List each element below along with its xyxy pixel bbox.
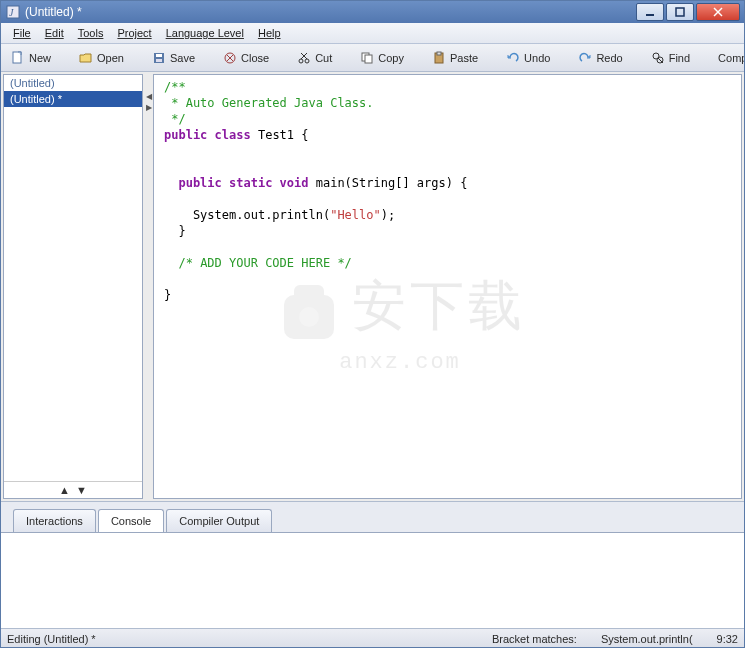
status-left: Editing (Untitled) * — [7, 633, 96, 645]
splitter-arrow-right-icon[interactable]: ▶ — [146, 103, 152, 112]
code-line: /** — [164, 80, 186, 94]
code-token: "Hello" — [330, 208, 381, 222]
tab-compiler-output[interactable]: Compiler Output — [166, 509, 272, 532]
sidebar-down-icon[interactable]: ▼ — [76, 484, 87, 496]
code-token: static — [222, 176, 273, 190]
code-token: public — [164, 128, 207, 142]
code-token: ADD YOUR CODE HERE — [200, 256, 330, 270]
cut-button[interactable]: Cut — [297, 51, 332, 65]
code-token: ); — [381, 208, 395, 222]
copy-button[interactable]: Copy — [360, 51, 404, 65]
undo-label: Undo — [524, 52, 550, 64]
save-button[interactable]: Save — [152, 51, 195, 65]
status-bracket-match: System.out.println( — [601, 633, 693, 645]
tab-interactions[interactable]: Interactions — [13, 509, 96, 532]
open-label: Open — [97, 52, 124, 64]
vertical-splitter[interactable]: ◀ ▶ — [145, 72, 153, 501]
undo-button[interactable]: Undo — [506, 51, 550, 65]
redo-label: Redo — [596, 52, 622, 64]
redo-button[interactable]: Redo — [578, 51, 622, 65]
code-token: Test1 { — [251, 128, 309, 142]
close-toolbar-button[interactable]: Close — [223, 51, 269, 65]
svg-rect-18 — [365, 55, 372, 63]
sidebar-nav: ▲ ▼ — [4, 481, 142, 498]
cut-icon — [297, 51, 311, 65]
save-label: Save — [170, 52, 195, 64]
code-line: */ — [164, 112, 186, 126]
status-bracket-label: Bracket matches: — [492, 633, 577, 645]
file-sidebar: (Untitled) (Untitled) * ▲ ▼ — [3, 74, 143, 499]
svg-text:J: J — [9, 7, 14, 18]
menu-tools[interactable]: Tools — [72, 25, 110, 41]
paste-button[interactable]: Paste — [432, 51, 478, 65]
app-icon: J — [5, 4, 21, 20]
code-token: /* — [164, 256, 200, 270]
watermark-sub: anxz.com — [339, 355, 461, 371]
svg-rect-20 — [437, 52, 441, 55]
find-button[interactable]: Find — [651, 51, 690, 65]
copy-icon — [360, 51, 374, 65]
menu-project[interactable]: Project — [111, 25, 157, 41]
code-line: * Auto Generated Java Class. — [164, 96, 374, 110]
close-button[interactable] — [696, 3, 740, 21]
minimize-button[interactable] — [636, 3, 664, 21]
file-item[interactable]: (Untitled) — [4, 75, 142, 91]
code-line: } — [164, 288, 171, 302]
code-line: } — [164, 224, 186, 238]
window-title: (Untitled) * — [25, 5, 82, 19]
tab-console[interactable]: Console — [98, 509, 164, 532]
code-editor[interactable]: /** * Auto Generated Java Class. */ publ… — [153, 74, 742, 499]
compile-label: Comp — [718, 52, 744, 64]
find-icon — [651, 51, 665, 65]
code-token: void — [272, 176, 308, 190]
status-bar: Editing (Untitled) * Bracket matches: Sy… — [1, 628, 744, 648]
save-icon — [152, 51, 166, 65]
menubar: File Edit Tools Project Language Level H… — [1, 23, 744, 44]
code-token: main(String[] args) { — [309, 176, 468, 190]
code-token: class — [207, 128, 250, 142]
paste-icon — [432, 51, 446, 65]
open-button[interactable]: Open — [79, 51, 124, 65]
close-file-icon — [223, 51, 237, 65]
menu-language-level[interactable]: Language Level — [160, 25, 250, 41]
svg-rect-3 — [676, 8, 684, 16]
status-cursor-position: 9:32 — [717, 633, 738, 645]
open-icon — [79, 51, 93, 65]
toolbar: New Open Save Close Cut Copy Paste Undo … — [1, 44, 744, 72]
copy-label: Copy — [378, 52, 404, 64]
svg-point-26 — [299, 307, 319, 327]
svg-rect-8 — [156, 54, 162, 57]
watermark-text: 安下载 — [352, 302, 526, 318]
file-item[interactable]: (Untitled) * — [4, 91, 142, 107]
code-token: */ — [330, 256, 352, 270]
redo-icon — [578, 51, 592, 65]
code-token: System.out.println( — [164, 208, 330, 222]
main-area: (Untitled) (Untitled) * ▲ ▼ ◀ ▶ /** * Au… — [1, 72, 744, 501]
menu-edit[interactable]: Edit — [39, 25, 70, 41]
cut-label: Cut — [315, 52, 332, 64]
menu-file[interactable]: File — [7, 25, 37, 41]
paste-label: Paste — [450, 52, 478, 64]
svg-point-14 — [305, 59, 309, 63]
svg-point-13 — [299, 59, 303, 63]
close-label: Close — [241, 52, 269, 64]
window-titlebar: J (Untitled) * — [1, 1, 744, 23]
code-token: public — [164, 176, 222, 190]
sidebar-up-icon[interactable]: ▲ — [59, 484, 70, 496]
compile-button[interactable]: Comp — [718, 52, 744, 64]
undo-icon — [506, 51, 520, 65]
menu-help[interactable]: Help — [252, 25, 287, 41]
new-label: New — [29, 52, 51, 64]
new-button[interactable]: New — [11, 51, 51, 65]
splitter-arrow-left-icon[interactable]: ◀ — [146, 92, 152, 101]
svg-rect-9 — [156, 59, 162, 62]
console-panel[interactable] — [1, 532, 744, 628]
find-label: Find — [669, 52, 690, 64]
new-icon — [11, 51, 25, 65]
file-list: (Untitled) (Untitled) * — [4, 75, 142, 481]
bottom-tab-bar: Interactions Console Compiler Output — [1, 501, 744, 532]
maximize-button[interactable] — [666, 3, 694, 21]
